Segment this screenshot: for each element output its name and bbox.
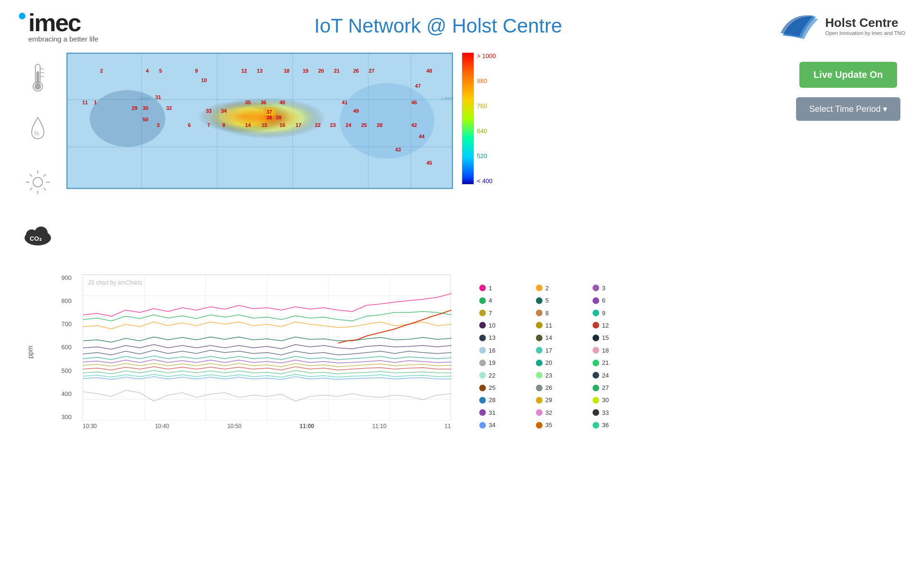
time-period-button[interactable]: Select Time Period ▾ <box>796 97 900 121</box>
legend-label: 27 <box>602 384 609 391</box>
y-axis: 900 800 700 600 500 400 300 <box>61 274 72 421</box>
legend-dot <box>593 372 599 379</box>
y-label-800: 800 <box>61 297 72 304</box>
legend-label: 36 <box>602 421 609 429</box>
legend-label: 28 <box>489 396 495 404</box>
svg-text:9: 9 <box>195 68 198 74</box>
legend-dot <box>593 297 599 304</box>
logo-text: imec <box>28 8 81 37</box>
legend-item: 30 <box>593 396 649 404</box>
svg-text:34: 34 <box>221 108 227 114</box>
legend-dot <box>536 347 543 354</box>
svg-text:47: 47 <box>415 83 421 89</box>
svg-text:16: 16 <box>280 122 285 128</box>
legend-item: 27 <box>593 383 649 392</box>
svg-line-16 <box>30 188 32 190</box>
legend-dot <box>593 335 599 341</box>
y-label-600: 600 <box>61 344 72 351</box>
legend-label: 15 <box>602 334 609 341</box>
legend-dot <box>536 285 543 291</box>
legend-label: 34 <box>489 421 495 429</box>
scale-label-1000: > 1000 <box>477 52 496 59</box>
scale-label-640: 640 <box>477 127 496 135</box>
live-update-button[interactable]: Live Update On <box>799 62 897 88</box>
legend-item: 23 <box>536 371 593 379</box>
legend-item: 34 <box>479 421 536 429</box>
humidity-icon[interactable]: % <box>21 114 54 147</box>
svg-text:41: 41 <box>342 100 348 105</box>
svg-text:10: 10 <box>201 77 207 83</box>
legend-item: 16 <box>479 346 536 354</box>
y-label-700: 700 <box>61 320 72 328</box>
legend-dot <box>536 310 543 316</box>
legend-label: 11 <box>545 322 552 329</box>
svg-text:40: 40 <box>280 100 285 105</box>
y-label-900: 900 <box>61 274 72 281</box>
svg-text:29: 29 <box>132 105 137 111</box>
legend-label: 33 <box>602 409 609 416</box>
legend-item: 5 <box>536 296 593 304</box>
svg-text:48: 48 <box>426 68 432 74</box>
legend-dot <box>479 360 486 366</box>
svg-text:46: 46 <box>411 100 417 105</box>
floor-plan-svg: 2 4 5 9 10 12 13 18 19 20 21 26 27 48 47… <box>66 52 453 189</box>
svg-text:24: 24 <box>346 122 352 128</box>
x-label-1040: 10:40 <box>155 423 169 429</box>
svg-text:11: 11 <box>82 100 88 105</box>
holst-text-area: Holst Centre Open Innovation by imec and… <box>825 16 905 36</box>
svg-text:25: 25 <box>361 122 367 128</box>
chart-legend: 1234567891011121314151617181920212223242… <box>470 279 649 429</box>
svg-text:12: 12 <box>241 68 247 74</box>
svg-text:1.053A: 1.053A <box>138 96 150 101</box>
controls-area: Live Update On Select Time Period ▾ <box>782 48 915 135</box>
y-label-300: 300 <box>61 413 72 421</box>
legend-dot <box>536 397 543 404</box>
svg-point-3 <box>34 83 41 90</box>
legend-item: 21 <box>593 358 649 367</box>
svg-text:7: 7 <box>207 122 210 128</box>
legend-item: 10 <box>479 321 536 329</box>
thermometer-icon[interactable] <box>21 62 54 95</box>
scale-label-400: < 400 <box>477 177 496 185</box>
legend-dot <box>536 422 543 429</box>
chart-lines <box>83 275 451 421</box>
legend-label: 30 <box>602 396 609 404</box>
legend-item: 18 <box>593 346 649 354</box>
legend-dot <box>479 285 486 291</box>
chart-section: ppm 900 800 700 600 500 400 300 JS chart… <box>0 265 924 439</box>
legend-label: 23 <box>545 372 552 379</box>
holst-icon <box>778 12 821 40</box>
legend-dot <box>479 409 486 416</box>
co2-icon[interactable]: CO₂ <box>21 218 54 251</box>
svg-point-33 <box>90 90 165 147</box>
legend-item: 14 <box>536 334 593 342</box>
legend-item: 17 <box>536 346 593 354</box>
svg-text:17: 17 <box>296 122 301 128</box>
svg-text:28: 28 <box>377 122 382 128</box>
scale-label-760: 760 <box>477 102 496 109</box>
color-scale: > 1000 880 760 640 520 < 400 <box>462 52 496 185</box>
legend-dot <box>593 322 599 328</box>
legend-item: 33 <box>593 408 649 417</box>
legend-label: 24 <box>602 372 609 379</box>
legend-dot <box>479 310 486 316</box>
legend-dot <box>593 409 599 416</box>
legend-item: 36 <box>593 421 649 429</box>
legend-item: 6 <box>593 296 649 304</box>
x-label-11: 11 <box>445 423 451 429</box>
imec-logo: imec <box>19 8 81 37</box>
y-label-400: 400 <box>61 390 72 397</box>
legend-label: 7 <box>489 310 492 317</box>
svg-text:21: 21 <box>334 68 339 74</box>
svg-text:26: 26 <box>353 68 359 74</box>
legend-label: 14 <box>545 334 552 341</box>
svg-text:19: 19 <box>303 68 308 74</box>
svg-text:3: 3 <box>157 122 160 128</box>
holst-subtitle: Open Innovation by imec and TNO <box>825 30 905 36</box>
heatmap-wrapper: 2 4 5 9 10 12 13 18 19 20 21 26 27 48 47… <box>66 52 453 189</box>
legend-label: 29 <box>545 396 552 404</box>
light-icon[interactable] <box>21 166 54 199</box>
sidebar-icons: % CO₂ <box>9 48 66 265</box>
legend-label: 20 <box>545 359 552 366</box>
svg-text:49: 49 <box>353 108 359 114</box>
